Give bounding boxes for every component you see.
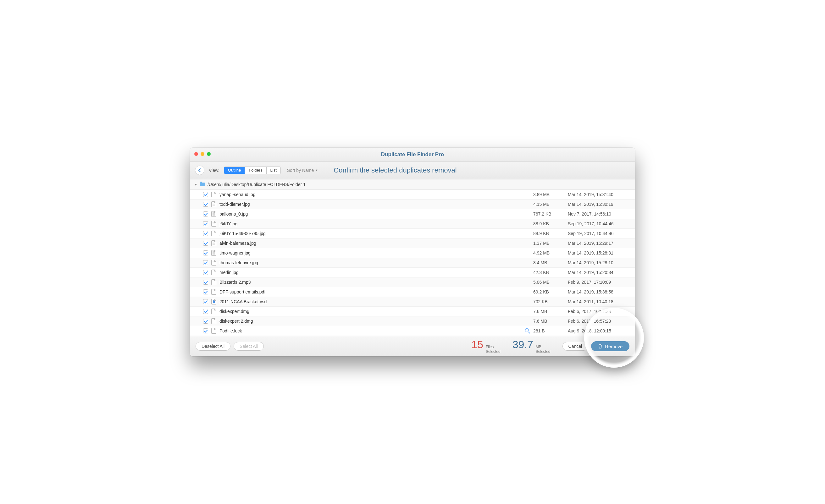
file-name: thomas-lefebvre.jpg (219, 260, 530, 265)
minimize-window-button[interactable] (201, 152, 204, 156)
file-checkbox[interactable] (203, 202, 208, 207)
file-row[interactable]: todd-diemer.jpg4.15 MBMar 14, 2019, 15:3… (190, 199, 635, 209)
file-checkbox[interactable] (203, 319, 208, 324)
files-selected-count: 15 Files Selected (471, 338, 501, 354)
app-window: Duplicate File Finder Pro View: Outline … (190, 148, 635, 356)
file-name: balloons_0.jpg (219, 212, 530, 217)
size-count-label: MB Selected (536, 345, 550, 354)
file-row[interactable]: Blizzards 2.mp35.06 MBFeb 9, 2017, 17:10… (190, 277, 635, 287)
file-row[interactable]: merlin.jpg42.3 KBMar 14, 2019, 15:20:34 (190, 268, 635, 277)
file-date: Mar 14, 2019, 15:28:10 (568, 260, 631, 265)
sort-label: Sort by Name (287, 168, 314, 173)
file-date: Feb 9, 2017, 17:10:09 (568, 280, 631, 285)
window-title: Duplicate File Finder Pro (190, 152, 635, 158)
file-checkbox[interactable] (203, 270, 208, 275)
file-name: j6iKIY.jpg (219, 221, 530, 226)
file-size: 767.2 KB (533, 212, 565, 217)
toolbar: View: Outline Folders List Sort by Name … (190, 162, 635, 179)
file-list[interactable]: ▼ /Users/julia/Desktop/Duplicate FOLDERS… (190, 179, 635, 336)
view-label: View: (209, 168, 219, 173)
file-name: alvin-balemesa.jpg (219, 241, 530, 246)
file-row[interactable]: 2011 NCAA Bracket.vsd702 KBMar 14, 2011,… (190, 297, 635, 307)
file-checkbox[interactable] (203, 250, 208, 255)
files-count-number: 15 (471, 338, 483, 351)
file-row[interactable]: Podfile.lock281 BAug 9, 2018, 12:09:15 (190, 326, 635, 336)
file-type-icon (211, 328, 216, 334)
view-folders-tab[interactable]: Folders (245, 167, 266, 174)
remove-button[interactable]: Remove (591, 341, 629, 351)
file-size: 42.3 KB (533, 270, 565, 275)
file-name: j6iKIY 15-49-06-785.jpg (219, 231, 530, 236)
file-row[interactable]: thomas-lefebvre.jpg3.4 MBMar 14, 2019, 1… (190, 258, 635, 268)
file-checkbox[interactable] (203, 221, 208, 226)
file-type-icon (211, 231, 216, 236)
file-checkbox[interactable] (203, 231, 208, 236)
file-name: Blizzards 2.mp3 (219, 280, 530, 285)
view-list-tab[interactable]: List (267, 167, 281, 174)
file-name: 2011 NCAA Bracket.vsd (219, 299, 530, 304)
file-row[interactable]: timo-wagner.jpg4.92 MBMar 14, 2019, 15:2… (190, 248, 635, 258)
file-date: Mar 14, 2011, 10:40:18 (568, 299, 631, 304)
file-row[interactable]: j6iKIY.jpg88.9 KBSep 19, 2017, 10:44:46 (190, 219, 635, 229)
close-window-button[interactable] (194, 152, 198, 156)
file-row[interactable]: diskexpert 2.dmg7.6 MBFeb 6, 2017, 16:57… (190, 316, 635, 326)
file-date: Mar 14, 2019, 15:20:34 (568, 270, 631, 275)
page-heading: Confirm the selected duplicates removal (333, 166, 456, 174)
sort-dropdown[interactable]: Sort by Name ▼ (285, 168, 320, 173)
file-row[interactable]: DFF-support emails.pdf69.2 KBMar 14, 201… (190, 287, 635, 297)
file-checkbox[interactable] (203, 260, 208, 265)
file-type-icon (211, 309, 216, 314)
preview-icon[interactable] (525, 328, 530, 333)
file-checkbox[interactable] (203, 289, 208, 295)
file-date: Mar 14, 2019, 15:31:40 (568, 192, 631, 197)
file-checkbox[interactable] (203, 280, 208, 285)
file-date: Sep 19, 2017, 10:44:46 (568, 231, 631, 236)
file-type-icon (211, 279, 216, 285)
file-name: diskexpert 2.dmg (219, 319, 530, 324)
folder-path: /Users/julia/Desktop/Duplicate FOLDERS/F… (208, 182, 306, 187)
file-date: Feb 6, 2017, 16:57:28 (568, 309, 631, 314)
file-date: Mar 14, 2019, 15:29:17 (568, 241, 631, 246)
view-segmented-control: Outline Folders List (224, 167, 281, 174)
file-date: Aug 9, 2018, 12:09:15 (568, 328, 631, 333)
file-type-icon (211, 260, 216, 265)
size-selected-count: 39.7 MB Selected (513, 338, 550, 354)
file-checkbox[interactable] (203, 309, 208, 314)
maximize-window-button[interactable] (207, 152, 211, 156)
size-count-number: 39.7 (513, 338, 533, 351)
file-checkbox[interactable] (203, 212, 208, 217)
file-row[interactable]: j6iKIY 15-49-06-785.jpg88.9 KBSep 19, 20… (190, 229, 635, 239)
file-name: DFF-support emails.pdf (219, 289, 530, 295)
folder-row[interactable]: ▼ /Users/julia/Desktop/Duplicate FOLDERS… (190, 179, 635, 190)
cancel-button[interactable]: Cancel (562, 342, 588, 351)
select-all-button[interactable]: Select All (234, 342, 264, 351)
file-type-icon (211, 240, 216, 246)
file-row[interactable]: diskexpert.dmg7.6 MBFeb 6, 2017, 16:57:2… (190, 307, 635, 316)
file-type-icon (211, 270, 216, 275)
file-size: 69.2 KB (533, 289, 565, 295)
disclosure-triangle-icon[interactable]: ▼ (194, 183, 198, 186)
file-type-icon (211, 221, 216, 227)
file-row[interactable]: balloons_0.jpg767.2 KBNov 7, 2017, 14:56… (190, 209, 635, 219)
chevron-left-icon (198, 168, 201, 172)
file-size: 7.6 MB (533, 319, 565, 324)
file-size: 702 KB (533, 299, 565, 304)
file-date: Sep 19, 2017, 10:44:46 (568, 221, 631, 226)
file-checkbox[interactable] (203, 241, 208, 246)
folder-icon (200, 183, 205, 186)
file-checkbox[interactable] (203, 192, 208, 197)
file-size: 4.15 MB (533, 202, 565, 207)
file-checkbox[interactable] (203, 328, 208, 333)
file-size: 3.4 MB (533, 260, 565, 265)
file-type-icon (211, 299, 216, 305)
footer: Deselect All Select All 15 Files Selecte… (190, 336, 635, 356)
file-checkbox[interactable] (203, 299, 208, 304)
file-type-icon (211, 211, 216, 217)
file-size: 7.6 MB (533, 309, 565, 314)
file-row[interactable]: alvin-balemesa.jpg1.37 MBMar 14, 2019, 1… (190, 239, 635, 248)
file-row[interactable]: yanapi-senaud.jpg3.89 MBMar 14, 2019, 15… (190, 190, 635, 199)
back-button[interactable] (195, 166, 204, 175)
file-date: Mar 14, 2019, 15:30:19 (568, 202, 631, 207)
deselect-all-button[interactable]: Deselect All (196, 342, 230, 351)
view-outline-tab[interactable]: Outline (224, 167, 245, 174)
